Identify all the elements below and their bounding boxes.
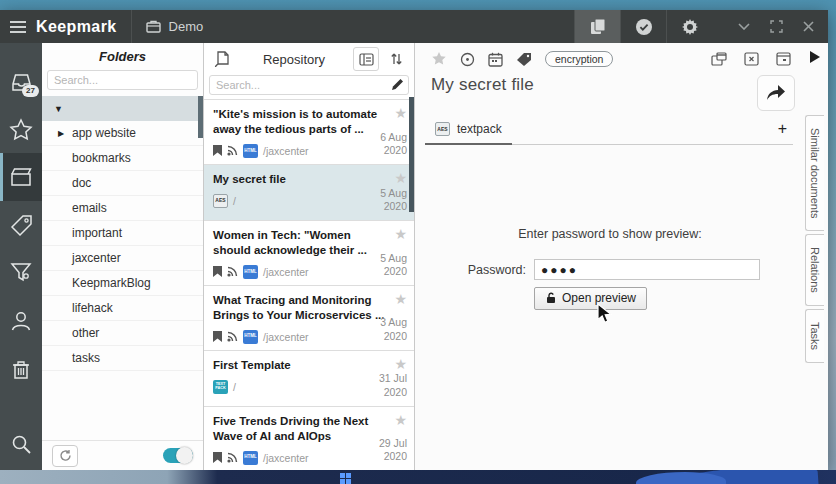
favorite-star-icon[interactable]: ★: [394, 292, 407, 306]
repository-search-input[interactable]: [209, 75, 409, 95]
open-external-window-icon[interactable]: [711, 52, 727, 66]
folder-item[interactable]: ▶ app website: [42, 121, 203, 146]
document-panel: encryption My secret file: [415, 43, 805, 470]
windows-taskbar[interactable]: [0, 470, 836, 484]
expand-arrow-icon[interactable]: ▶: [58, 129, 72, 138]
folder-label: tasks: [72, 351, 100, 365]
sidebar-item-contacts[interactable]: [0, 297, 42, 345]
side-tab-label: Relations: [809, 247, 821, 293]
open-preview-button[interactable]: Open preview: [534, 287, 647, 310]
collapse-arrow-icon[interactable]: ▼: [54, 104, 63, 114]
new-document-button[interactable]: [209, 47, 235, 71]
rss-icon: [227, 452, 238, 463]
document-item-title: First Template: [213, 358, 388, 373]
favorite-star-icon[interactable]: ★: [394, 106, 407, 120]
repository-panel-title: Repository: [239, 52, 349, 67]
repository-list-item[interactable]: What Tracing and Monitoring Brings to Yo…: [204, 286, 414, 351]
panel-window-icon[interactable]: [776, 52, 791, 66]
hamburger-menu-icon[interactable]: [10, 21, 26, 33]
folder-item[interactable]: ▶ emails: [42, 196, 203, 221]
document-item-path: /jaxcenter: [263, 452, 309, 464]
sidebar-item-inbox[interactable]: 27: [0, 57, 42, 105]
sort-button[interactable]: [383, 47, 409, 71]
favorite-star-icon[interactable]: ★: [394, 171, 407, 185]
share-button[interactable]: [757, 75, 795, 111]
sidebar-item-search[interactable]: [0, 418, 42, 470]
folder-item[interactable]: ▶ other: [42, 321, 203, 346]
sidebar-item-tags[interactable]: [0, 201, 42, 249]
side-tab[interactable]: Tasks: [805, 309, 824, 363]
repository-list-item[interactable]: Five Trends Driving the Next Wave of AI …: [204, 407, 414, 470]
attachment-tabs: AES textpack +: [425, 117, 793, 145]
repository-list-item[interactable]: First Template ★ TEXTPACK / 31 Jul 2020: [204, 351, 414, 407]
document-item-path: /jaxcenter: [263, 331, 309, 343]
repository-list-item[interactable]: "Kite's mission is to automate away the …: [204, 100, 414, 165]
repository-scrollbar-thumb[interactable]: [409, 97, 414, 212]
sidebar-item-trash[interactable]: [0, 345, 42, 393]
side-tab[interactable]: Relations: [805, 234, 824, 306]
sidebar-item-repository[interactable]: [0, 153, 42, 201]
settings-gear-button[interactable]: [666, 10, 712, 43]
sidebar-item-favorites[interactable]: [0, 105, 42, 153]
close-window-icon[interactable]: [744, 52, 759, 66]
repository-list: "Kite's mission is to automate away the …: [204, 99, 414, 470]
folder-item[interactable]: ▶ bookmarks: [42, 146, 203, 171]
folder-item[interactable]: ▶ jaxcenter: [42, 246, 203, 271]
favorite-star-icon[interactable]: ★: [394, 413, 407, 427]
repository-list-item[interactable]: My secret file ★ AES / 5 Aug 2020: [204, 165, 414, 221]
calendar-icon[interactable]: [488, 52, 503, 67]
workspace-tab[interactable]: Demo: [132, 10, 274, 43]
filter-pen-icon[interactable]: [390, 78, 404, 92]
folder-item[interactable]: ▶ KeepmarkBlog: [42, 271, 203, 296]
tag-icon[interactable]: [516, 52, 532, 66]
file-type-icon: HTML: [243, 451, 258, 465]
tab-textpack[interactable]: AES textpack: [425, 117, 512, 145]
play-icon[interactable]: [810, 51, 820, 63]
wallpaper-bloom: [636, 472, 726, 484]
folder-item[interactable]: ▶ lifehack: [42, 296, 203, 321]
folders-panel-title: Folders: [42, 43, 203, 68]
folder-label: app website: [72, 126, 136, 140]
folder-item[interactable]: ▶ tasks: [42, 346, 203, 371]
side-tab[interactable]: Similar documents: [805, 115, 824, 231]
tag-badge-encryption[interactable]: encryption: [545, 51, 613, 67]
folder-item[interactable]: ▶ important: [42, 221, 203, 246]
add-attachment-button[interactable]: +: [772, 120, 793, 144]
mouse-cursor: [597, 303, 612, 324]
document-item-meta: HTML /jaxcenter: [213, 451, 388, 465]
favorite-star-icon[interactable]: ★: [394, 357, 407, 371]
folders-search-input[interactable]: [47, 70, 198, 90]
password-input[interactable]: [534, 259, 760, 280]
document-item-date: 31 Jul 2020: [379, 372, 407, 398]
folder-tree-root[interactable]: ▼: [42, 96, 203, 121]
documents-view-button[interactable]: [574, 10, 620, 43]
document-item-date: 3 Aug 2020: [380, 316, 407, 342]
rss-icon: [227, 266, 238, 277]
file-type-icon: AES: [213, 194, 228, 208]
minimize-button[interactable]: [738, 23, 750, 30]
folders-scrollbar-thumb[interactable]: [198, 96, 203, 138]
tasks-check-button[interactable]: [620, 10, 666, 43]
favorite-star-icon[interactable]: ★: [394, 227, 407, 241]
password-label: Password:: [460, 263, 526, 277]
bookmark-icon: [213, 145, 222, 156]
sidebar-item-filters[interactable]: [0, 249, 42, 297]
document-item-meta: AES /: [213, 194, 388, 208]
reminder-icon[interactable]: [460, 52, 475, 67]
favorite-star-icon[interactable]: [431, 52, 447, 67]
maximize-button[interactable]: [770, 20, 783, 33]
windows-start-icon[interactable]: [340, 473, 351, 484]
app-logo: Keepmark: [36, 18, 117, 36]
workspace-icon: [146, 20, 161, 33]
repository-list-item[interactable]: Women in Tech: "Women should acknowledge…: [204, 221, 414, 286]
list-view-button[interactable]: [353, 47, 379, 71]
refresh-button[interactable]: [52, 445, 78, 467]
folders-view-toggle[interactable]: [163, 448, 193, 463]
document-item-meta: HTML /jaxcenter: [213, 330, 388, 344]
bookmark-icon: [213, 452, 222, 463]
close-button[interactable]: [803, 21, 814, 32]
file-type-icon: HTML: [243, 144, 258, 158]
folders-footer: [42, 440, 203, 470]
folder-item[interactable]: ▶ doc: [42, 171, 203, 196]
document-item-title: What Tracing and Monitoring Brings to Yo…: [213, 293, 388, 323]
